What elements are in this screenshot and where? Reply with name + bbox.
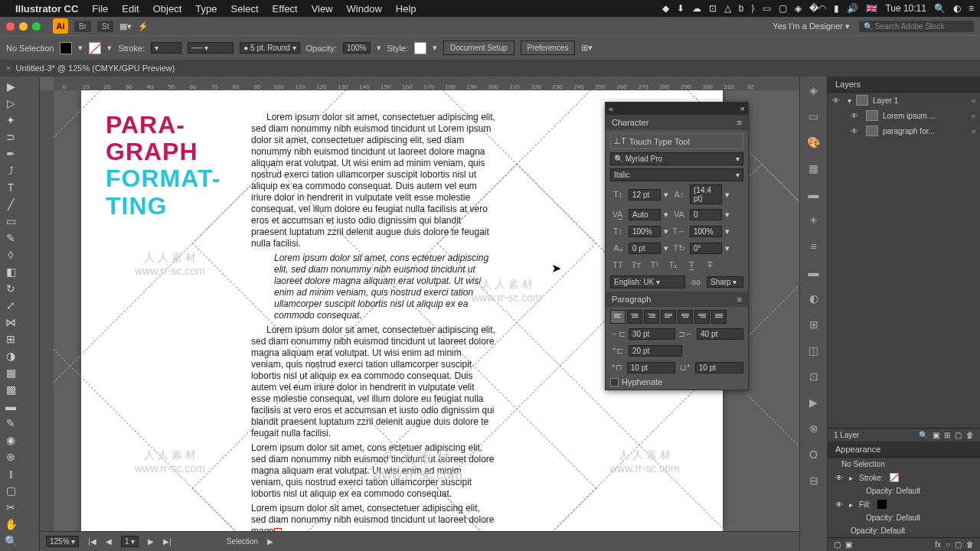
justify-center-button[interactable] — [678, 310, 693, 324]
panel-close-icon[interactable]: × — [740, 104, 745, 113]
airplay-icon[interactable]: ◈ — [795, 3, 802, 14]
visibility-icon[interactable]: 👁 — [835, 474, 843, 482]
justify-right-button[interactable] — [694, 310, 710, 324]
script-icon[interactable]: ⟩ — [751, 3, 755, 14]
document-tab[interactable]: Untitled-3* @ 125% (CMYK/GPU Preview) — [15, 64, 175, 73]
align-icon[interactable]: ⊞▾ — [581, 43, 593, 53]
canvas[interactable]: PARA- GRAPH FORMAT- TING Lorem ipsum dol… — [54, 90, 799, 531]
properties-icon[interactable]: ◈ — [806, 83, 822, 98]
baseline-input[interactable]: 0 pt — [629, 243, 661, 254]
cc-icon[interactable]: ☁ — [692, 3, 701, 14]
mesh-tool[interactable]: ▩ — [2, 381, 20, 398]
space-after-input[interactable]: 10 pt — [695, 362, 743, 373]
curvature-tool[interactable]: ⤴ — [2, 162, 20, 179]
zoom-tool[interactable]: 🔍 — [2, 533, 20, 549]
touch-type-button[interactable]: Touch Type Tool — [629, 137, 690, 146]
paragraph-panel-title[interactable]: Paragraph — [612, 295, 651, 304]
smallcaps-icon[interactable]: Tᴛ — [629, 258, 644, 272]
glyphs-icon[interactable]: ⊟ — [806, 473, 822, 488]
layer-item-row[interactable]: 👁 Lorem ipsum ... ○ — [828, 108, 980, 123]
opacity-input[interactable]: 100% — [343, 42, 371, 54]
arrange-icon[interactable]: ▦▾ — [119, 21, 132, 31]
artboard-tool[interactable]: ▢ — [2, 482, 20, 499]
visibility-icon[interactable]: 👁 — [851, 127, 861, 135]
caps-icon[interactable]: TT — [610, 258, 626, 272]
visibility-icon[interactable]: 👁 — [835, 500, 843, 509]
character-panel-title[interactable]: Character — [612, 118, 648, 127]
wifi-icon[interactable]: �◠ — [809, 3, 826, 14]
right-indent-input[interactable]: 40 pt — [697, 328, 743, 340]
font-style-select[interactable]: Italic▾ — [610, 168, 743, 181]
nav-prev-icon[interactable]: ◀ — [106, 537, 112, 546]
actions-icon[interactable]: ▶ — [806, 395, 822, 410]
width-tool[interactable]: ⋈ — [2, 314, 20, 331]
delete-icon[interactable]: 🗑 — [966, 540, 974, 549]
gradient-panel-icon[interactable]: ▬ — [806, 265, 822, 280]
font-size-input[interactable]: 12 pt — [629, 189, 661, 201]
libraries-icon[interactable]: ▭ — [806, 109, 822, 124]
add-fill-icon[interactable]: ▣ — [845, 540, 852, 549]
slice-tool[interactable]: ✂ — [2, 499, 20, 516]
wacom-icon[interactable]: ▭ — [763, 3, 771, 14]
hyphenate-checkbox[interactable] — [610, 378, 619, 386]
new-sublayer-icon[interactable]: ⊞ — [944, 431, 950, 439]
leading-input[interactable]: (14.4 pt) — [690, 184, 722, 204]
align-panel-icon[interactable]: ⊞ — [806, 317, 822, 332]
type-tool[interactable]: T — [2, 179, 20, 196]
opacity-label[interactable]: Opacity: Default — [866, 514, 920, 522]
left-indent-input[interactable]: 30 pt — [629, 328, 675, 340]
superscript-icon[interactable]: T¹ — [647, 258, 662, 272]
brush-def[interactable]: ● 5 pt. Round ▾ — [240, 42, 299, 54]
add-effect-icon[interactable]: fx — [935, 540, 941, 549]
transform-icon[interactable]: ⊡ — [806, 369, 822, 384]
perspective-tool[interactable]: ▦ — [2, 364, 20, 381]
links-icon[interactable]: ⊗ — [806, 421, 822, 436]
layer-item-row[interactable]: 👁 paragraph for... ○ — [828, 123, 980, 139]
space-before-input[interactable]: 10 pt — [627, 362, 675, 373]
zoom-select[interactable]: 125% ▾ — [46, 536, 79, 547]
menu-edit[interactable]: Edit — [122, 3, 139, 15]
menu-window[interactable]: Window — [347, 3, 382, 15]
gpu-icon[interactable]: ⚡ — [138, 21, 149, 31]
battery-icon[interactable]: ▮ — [834, 3, 839, 14]
minimize-window[interactable] — [19, 22, 28, 31]
dropbox-icon[interactable]: ⬇ — [677, 3, 684, 14]
visibility-icon[interactable]: 👁 — [832, 96, 843, 105]
statusbar-menu-icon[interactable]: ▶ — [267, 537, 273, 546]
status-icon[interactable]: ◆ — [662, 3, 669, 14]
artboard-nav[interactable]: 1 ▾ — [121, 536, 139, 547]
stock-button[interactable]: St — [97, 21, 113, 32]
stroke-weight[interactable]: ▾ — [151, 42, 181, 54]
language-select[interactable]: English: UK ▾ — [610, 276, 685, 289]
free-transform-tool[interactable]: ⊞ — [2, 331, 20, 347]
clear-icon[interactable]: ○ — [946, 540, 950, 549]
display-icon[interactable]: ▢ — [779, 3, 787, 14]
visibility-icon[interactable]: 👁 — [851, 112, 861, 120]
blend-tool[interactable]: ◉ — [2, 432, 20, 448]
justify-all-button[interactable] — [711, 310, 727, 324]
subscript-icon[interactable]: T₁ — [665, 258, 681, 272]
expand-icon[interactable]: ▸ — [849, 500, 853, 509]
panel-menu-icon[interactable]: ≡ — [737, 295, 742, 304]
brushes-icon[interactable]: ▬ — [806, 187, 822, 202]
clock[interactable]: Tue 10:11 — [885, 3, 926, 14]
shape-builder-tool[interactable]: ◑ — [2, 347, 20, 364]
expand-icon[interactable]: ▸ — [849, 474, 853, 482]
tracking-input[interactable]: 0 — [690, 209, 722, 220]
close-window[interactable] — [6, 22, 15, 31]
layer-row[interactable]: 👁 ▾ Layer 1 ○ — [828, 93, 980, 108]
stroke-swatch[interactable] — [890, 473, 899, 482]
expand-icon[interactable]: ▾ — [848, 96, 851, 105]
duplicate-icon[interactable]: ▢ — [955, 540, 962, 549]
antialias-select[interactable]: Sharp ▾ — [707, 276, 743, 288]
first-line-indent-input[interactable]: 20 pt — [629, 345, 682, 357]
type-panel-icon[interactable]: O — [806, 447, 822, 462]
volume-icon[interactable]: 🔊 — [847, 3, 858, 14]
font-family-select[interactable]: 🔍 Myriad Pro▾ — [610, 152, 743, 165]
menu-view[interactable]: View — [312, 3, 333, 15]
nav-next-icon[interactable]: ▶ — [148, 537, 154, 546]
var-width[interactable]: ── ▾ — [188, 42, 234, 54]
underline-icon[interactable]: T̲ — [684, 258, 699, 272]
stroke-panel-icon[interactable]: ≡ — [806, 239, 822, 254]
delete-layer-icon[interactable]: 🗑 — [966, 431, 974, 439]
